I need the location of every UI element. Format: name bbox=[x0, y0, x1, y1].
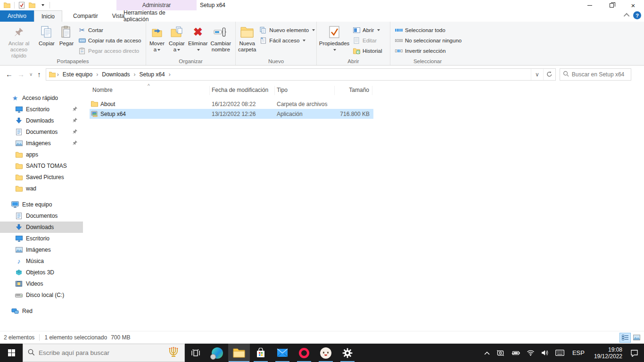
explorer-folder-icon[interactable] bbox=[3, 1, 11, 9]
tab-archivo[interactable]: Archivo bbox=[0, 10, 34, 22]
delete-button[interactable]: ✖ Eliminar bbox=[187, 23, 209, 53]
action-center-icon[interactable] bbox=[627, 344, 644, 362]
minimize-button[interactable] bbox=[579, 0, 601, 10]
edit-button[interactable]: Editar bbox=[353, 36, 382, 45]
invert-selection-button[interactable]: Invertir selección bbox=[395, 47, 462, 55]
move-to-button[interactable]: Movera bbox=[147, 23, 167, 53]
sidebar-item-downloads[interactable]: Downloads bbox=[0, 222, 83, 233]
taskbar-search-box[interactable] bbox=[23, 344, 185, 362]
sidebar-item-escritorio-qa[interactable]: Escritorio bbox=[0, 104, 83, 115]
help-icon[interactable]: ? bbox=[633, 11, 641, 19]
sidebar-item-documentos[interactable]: Documentos bbox=[0, 210, 83, 222]
select-none-button[interactable]: No seleccionar ninguno bbox=[395, 36, 462, 45]
sidebar-item-downloads-qa[interactable]: Downloads bbox=[0, 115, 83, 126]
paste-button[interactable]: Pegar bbox=[57, 23, 76, 47]
sidebar-item-objetos-3d[interactable]: Objetos 3D bbox=[0, 267, 83, 278]
details-view-button[interactable] bbox=[619, 333, 631, 343]
task-view-button[interactable] bbox=[185, 344, 206, 362]
easy-access-button[interactable]: Fácil acceso bbox=[259, 36, 315, 45]
customize-qat-dropdown-icon[interactable] bbox=[38, 1, 47, 9]
search-input[interactable] bbox=[572, 71, 628, 78]
rename-button[interactable]: Cambiarnombre bbox=[209, 23, 232, 53]
refresh-icon[interactable] bbox=[543, 69, 555, 80]
breadcrumb-downloads[interactable]: Downloads bbox=[99, 71, 132, 78]
taskbar-mail-icon[interactable] bbox=[272, 344, 293, 362]
taskbar-file-explorer-icon[interactable] bbox=[228, 344, 250, 362]
pin-to-quick-access-button[interactable]: Anclar alacceso rápido bbox=[1, 23, 37, 59]
tray-touch-keyboard-icon[interactable] bbox=[552, 344, 568, 362]
breadcrumb-this-pc[interactable]: Este equipo bbox=[60, 71, 95, 78]
language-indicator[interactable]: ESP bbox=[568, 344, 589, 362]
tray-meet-now-icon[interactable] bbox=[493, 344, 508, 362]
up-button[interactable]: ↑ bbox=[37, 70, 41, 78]
tab-compartir[interactable]: Compartir bbox=[66, 10, 105, 22]
sidebar-label: Este equipo bbox=[22, 201, 52, 208]
search-box[interactable] bbox=[560, 68, 631, 81]
restore-button[interactable] bbox=[601, 0, 622, 10]
paste-shortcut-button[interactable]: Pegar acceso directo bbox=[78, 47, 141, 55]
sidebar-item-wad[interactable]: wad bbox=[0, 183, 83, 194]
sidebar-item-santo-tomas[interactable]: SANTO TOMAS bbox=[0, 160, 83, 172]
sidebar-item-escritorio[interactable]: Escritorio bbox=[0, 233, 83, 244]
file-list-pane[interactable]: ^ Nombre Fecha de modificación Tipo Tama… bbox=[83, 83, 644, 331]
taskbar-edge-icon[interactable] bbox=[206, 344, 228, 362]
taskbar-face-app-icon[interactable] bbox=[315, 344, 337, 362]
tray-battery-icon[interactable] bbox=[508, 344, 523, 362]
column-header-size[interactable]: Tamaño bbox=[335, 86, 372, 95]
large-icons-view-button[interactable] bbox=[631, 333, 642, 343]
sidebar-item-videos[interactable]: Videos bbox=[0, 278, 83, 289]
recent-locations-dropdown-icon[interactable]: ∨ bbox=[29, 72, 33, 77]
sidebar-item-documentos-qa[interactable]: Documentos bbox=[0, 126, 83, 138]
quick-access-star-icon: ★ bbox=[11, 94, 19, 102]
column-header-name[interactable]: ^ Nombre bbox=[91, 86, 210, 95]
taskbar-store-icon[interactable] bbox=[250, 344, 272, 362]
file-name: About bbox=[100, 101, 115, 107]
file-row-setup-x64[interactable]: Setup x64 13/12/2022 12:26 Aplicación 71… bbox=[90, 109, 373, 119]
column-header-modified[interactable]: Fecha de modificación bbox=[210, 86, 275, 95]
properties-quick-icon[interactable] bbox=[17, 1, 26, 9]
copy-to-line1: Copiar bbox=[169, 41, 185, 46]
cut-button[interactable]: ✂ Cortar bbox=[78, 26, 141, 34]
file-row-about[interactable]: About 16/12/2022 08:22 Carpeta de archiv… bbox=[90, 99, 373, 109]
properties-button[interactable]: Propiedades bbox=[318, 23, 351, 53]
sidebar-network[interactable]: Red bbox=[0, 305, 83, 317]
copy-path-button[interactable]: Copiar ruta de acceso bbox=[78, 36, 141, 45]
taskbar-opera-gx-icon[interactable] bbox=[293, 344, 315, 362]
tray-wifi-icon[interactable] bbox=[523, 344, 538, 362]
tab-herramientas[interactable]: Herramientas de aplicación bbox=[116, 10, 197, 22]
new-folder-button[interactable]: Nuevacarpeta bbox=[237, 23, 257, 53]
sidebar-item-disco-local[interactable]: Disco local (C:) bbox=[0, 289, 83, 301]
tray-volume-icon[interactable] bbox=[538, 344, 552, 362]
taskbar-search-input[interactable] bbox=[39, 349, 164, 356]
file-name: Setup x64 bbox=[100, 111, 126, 117]
start-button[interactable] bbox=[0, 344, 23, 362]
address-box[interactable]: › Este equipo › Downloads › Setup x64 › … bbox=[46, 68, 556, 81]
copy-button[interactable]: Copiar bbox=[37, 23, 57, 47]
sidebar-this-pc[interactable]: Este equipo bbox=[0, 199, 83, 210]
close-button[interactable]: × bbox=[622, 0, 644, 10]
tab-inicio[interactable]: Inicio bbox=[34, 10, 62, 22]
sidebar-item-musica[interactable]: ♪ Música bbox=[0, 255, 83, 267]
menorah-search-highlight-icon[interactable] bbox=[167, 346, 180, 359]
select-all-button[interactable]: Seleccionar todo bbox=[395, 26, 462, 34]
sidebar-item-imagenes[interactable]: Imágenes bbox=[0, 244, 83, 255]
address-dropdown-icon[interactable]: ∨ bbox=[531, 69, 543, 80]
back-button[interactable]: ← bbox=[6, 70, 13, 78]
sidebar-quick-access[interactable]: ★ Acceso rápido bbox=[0, 92, 83, 104]
new-folder-quick-icon[interactable] bbox=[28, 1, 36, 9]
sidebar-item-apps[interactable]: apps bbox=[0, 149, 83, 160]
new-item-button[interactable]: Nuevo elemento bbox=[259, 26, 315, 34]
forward-button[interactable]: → bbox=[17, 70, 25, 78]
history-button[interactable]: Historial bbox=[353, 47, 382, 55]
sidebar-item-saved-pictures[interactable]: Saved Pictures bbox=[0, 172, 83, 183]
clock[interactable]: 19:0819/12/2022 bbox=[589, 344, 627, 362]
column-header-type[interactable]: Tipo bbox=[275, 86, 335, 95]
tray-show-hidden-icons[interactable] bbox=[481, 344, 493, 362]
sidebar-item-imagenes-qa[interactable]: Imágenes bbox=[0, 138, 83, 149]
copy-to-button[interactable]: Copiara bbox=[167, 23, 187, 53]
taskbar-settings-gear-icon[interactable] bbox=[337, 344, 358, 362]
open-button[interactable]: Abrir bbox=[353, 26, 382, 34]
move-to-icon bbox=[151, 25, 163, 40]
breadcrumb-setup-x64[interactable]: Setup x64 bbox=[137, 71, 168, 78]
restore-icon bbox=[610, 3, 614, 8]
